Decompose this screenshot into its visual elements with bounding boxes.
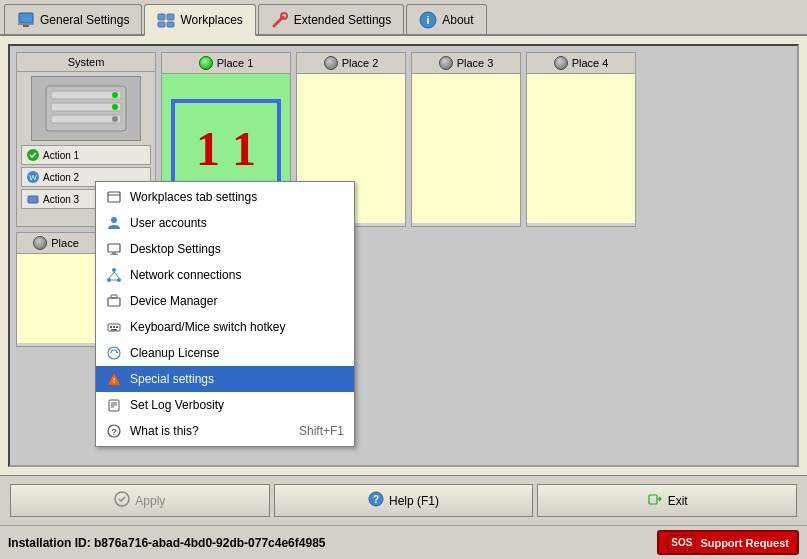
place1-title: Place 1 bbox=[162, 53, 290, 74]
svg-rect-25 bbox=[108, 244, 120, 252]
svg-rect-38 bbox=[113, 326, 115, 328]
svg-point-17 bbox=[112, 116, 118, 122]
menu-item-special-settings[interactable]: ! Special settings bbox=[96, 366, 354, 392]
svg-text:!: ! bbox=[113, 376, 116, 385]
tab-about[interactable]: i About bbox=[406, 4, 486, 34]
svg-rect-40 bbox=[111, 329, 117, 331]
keyboard-icon bbox=[106, 319, 122, 335]
workplaces-icon bbox=[157, 11, 175, 29]
installation-id-text: Installation ID: b876a716-abad-4bd0-92db… bbox=[8, 536, 325, 550]
place4-indicator bbox=[554, 56, 568, 70]
installation-id-value: b876a716-abad-4bd0-92db-077c4e6f4985 bbox=[94, 536, 325, 550]
place4-content bbox=[527, 74, 635, 223]
svg-rect-3 bbox=[158, 14, 165, 20]
svg-rect-34 bbox=[108, 298, 120, 306]
menu-item-what-is-this[interactable]: ? What is this? Shift+F1 bbox=[96, 418, 354, 444]
svg-rect-37 bbox=[110, 326, 112, 328]
help-button[interactable]: ? Help (F1) bbox=[274, 484, 534, 517]
menu-item-desktop-settings-label: Desktop Settings bbox=[130, 242, 221, 256]
svg-point-28 bbox=[112, 268, 116, 272]
app-window: General Settings Workplaces Extended S bbox=[0, 0, 807, 559]
svg-text:?: ? bbox=[373, 494, 379, 505]
svg-rect-5 bbox=[158, 22, 165, 27]
help-circle-icon: ? bbox=[106, 423, 122, 439]
svg-rect-26 bbox=[112, 252, 116, 254]
svg-rect-27 bbox=[110, 254, 118, 255]
place5-content bbox=[17, 254, 95, 343]
exit-icon bbox=[647, 491, 663, 510]
place5-indicator bbox=[33, 236, 47, 250]
apply-button[interactable]: Apply bbox=[10, 484, 270, 517]
info-icon: i bbox=[419, 11, 437, 29]
tab-extended-settings-label: Extended Settings bbox=[294, 13, 391, 27]
menu-item-set-log-verbosity[interactable]: Set Log Verbosity bbox=[96, 392, 354, 418]
svg-rect-22 bbox=[108, 192, 120, 202]
svg-line-32 bbox=[114, 272, 119, 278]
menu-item-set-log-verbosity-label: Set Log Verbosity bbox=[130, 398, 224, 412]
place5-label: Place bbox=[51, 237, 79, 249]
menu-item-workplaces-tab-settings[interactable]: Workplaces tab settings bbox=[96, 184, 354, 210]
menu-item-network-connections[interactable]: Network connections bbox=[96, 262, 354, 288]
button-bar: Apply ? Help (F1) Exit bbox=[0, 475, 807, 525]
help-label: Help (F1) bbox=[389, 494, 439, 508]
warning-icon: ! bbox=[106, 371, 122, 387]
user-icon bbox=[106, 215, 122, 231]
svg-rect-4 bbox=[167, 14, 174, 20]
installation-id-label: Installation ID: b876a716-abad-4bd0-92db… bbox=[8, 536, 325, 550]
system-btn-1[interactable]: Action 1 bbox=[21, 145, 151, 165]
support-request-button[interactable]: SOS Support Request bbox=[657, 530, 799, 555]
svg-point-24 bbox=[111, 217, 117, 223]
svg-rect-6 bbox=[167, 22, 174, 27]
place2-title: Place 2 bbox=[297, 53, 405, 74]
tab-general-settings-label: General Settings bbox=[40, 13, 129, 27]
system-label: System bbox=[68, 56, 105, 68]
place3-title: Place 3 bbox=[412, 53, 520, 74]
workplaces-container: System bbox=[8, 44, 799, 467]
network-icon bbox=[106, 267, 122, 283]
help-icon: ? bbox=[368, 491, 384, 510]
svg-point-15 bbox=[112, 92, 118, 98]
tab-general-settings[interactable]: General Settings bbox=[4, 4, 142, 34]
svg-rect-39 bbox=[116, 326, 118, 328]
svg-rect-35 bbox=[111, 295, 117, 298]
menu-item-keyboard-mice-label: Keyboard/Mice switch hotkey bbox=[130, 320, 285, 334]
menu-item-special-settings-label: Special settings bbox=[130, 372, 214, 386]
cleanup-icon bbox=[106, 345, 122, 361]
svg-rect-1 bbox=[18, 23, 34, 25]
place3-label: Place 3 bbox=[457, 57, 494, 69]
what-is-this-shortcut: Shift+F1 bbox=[299, 424, 344, 438]
menu-item-cleanup-license-label: Cleanup License bbox=[130, 346, 219, 360]
tab-workplaces[interactable]: Workplaces bbox=[144, 4, 255, 36]
menu-item-keyboard-mice[interactable]: Keyboard/Mice switch hotkey bbox=[96, 314, 354, 340]
place3-indicator bbox=[439, 56, 453, 70]
menu-item-device-manager[interactable]: Device Manager bbox=[96, 288, 354, 314]
place4-label: Place 4 bbox=[572, 57, 609, 69]
menu-item-user-accounts[interactable]: User accounts bbox=[96, 210, 354, 236]
svg-rect-12 bbox=[51, 91, 121, 99]
status-bar: Installation ID: b876a716-abad-4bd0-92db… bbox=[0, 525, 807, 559]
tab-about-label: About bbox=[442, 13, 473, 27]
svg-text:W: W bbox=[29, 173, 37, 182]
svg-rect-0 bbox=[19, 13, 33, 23]
svg-rect-14 bbox=[51, 115, 121, 123]
place5-box: Place bbox=[16, 232, 96, 347]
svg-point-16 bbox=[112, 104, 118, 110]
svg-point-41 bbox=[108, 347, 120, 359]
place1-label: Place 1 bbox=[217, 57, 254, 69]
svg-rect-53 bbox=[649, 495, 657, 504]
main-content: System bbox=[0, 36, 807, 475]
exit-button[interactable]: Exit bbox=[537, 484, 797, 517]
svg-text:i: i bbox=[427, 14, 430, 26]
svg-rect-2 bbox=[23, 25, 29, 27]
gear-icon bbox=[17, 11, 35, 29]
tab-bar: General Settings Workplaces Extended S bbox=[0, 0, 807, 36]
window-icon bbox=[106, 189, 122, 205]
menu-item-cleanup-license[interactable]: Cleanup License bbox=[96, 340, 354, 366]
system-title: System bbox=[17, 53, 155, 72]
place2-label: Place 2 bbox=[342, 57, 379, 69]
tab-extended-settings[interactable]: Extended Settings bbox=[258, 4, 404, 34]
place3-box: Place 3 bbox=[411, 52, 521, 227]
menu-item-desktop-settings[interactable]: Desktop Settings bbox=[96, 236, 354, 262]
place2-indicator bbox=[324, 56, 338, 70]
server-image bbox=[31, 76, 141, 141]
